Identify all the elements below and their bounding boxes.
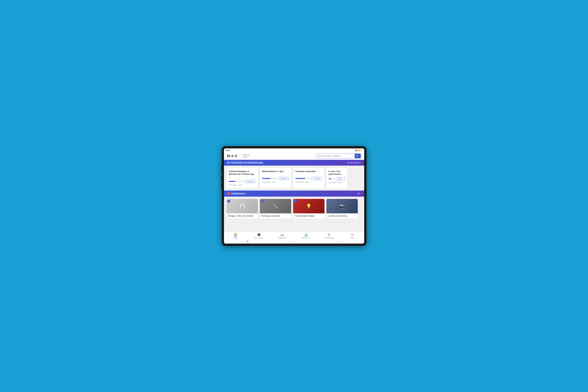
more-icon: ••• <box>351 233 354 237</box>
course-date-2: 09.09.2021 - 16:29 <box>295 181 322 183</box>
all-my-courses-link[interactable]: All my courses › <box>347 162 361 164</box>
essential-img-1: 🔧 ! <box>260 199 291 213</box>
nav-item-home[interactable]: 🏠 Home <box>230 233 241 239</box>
course-card-3[interactable]: Le trac, c'est grave docteu... Conti... … <box>326 168 347 188</box>
video-image: 📷 <box>326 199 358 213</box>
course-card-2[interactable]: Technique automobile Continue 09.09.2021… <box>293 168 324 188</box>
course-cards-row: Activités Physiques et Sportives du Troi… <box>224 166 364 190</box>
status-bar: 09:47 🔇 📶 🔋 <box>224 148 364 152</box>
search-button[interactable]: 🔍 <box>355 154 361 158</box>
essential-card-title-2: Transformation Digitale <box>293 213 324 219</box>
progress-bar-bg-3 <box>329 178 334 179</box>
volume-up-button[interactable] <box>221 166 222 171</box>
progress-row-3: Conti... <box>329 177 345 180</box>
nav-item-catalogues[interactable]: 📖 Catalogues <box>277 233 288 239</box>
system-nav: ||| ○ ‹ <box>224 240 364 244</box>
myresults-icon: 📊 <box>304 233 308 237</box>
essential-card-0[interactable]: 👔 ! Manager : Gérer vos priorités <box>226 199 258 219</box>
courses-in-progress-title: MY COURSES IN PROGRESS(8) <box>227 162 263 164</box>
chevron-right-essentials-icon: › <box>360 192 361 195</box>
main-content: MY COURSES IN PROGRESS(8) All my courses… <box>224 160 364 232</box>
nav-label-home: Home <box>234 237 238 239</box>
mycourses-icon: 🎓 <box>257 233 261 237</box>
essential-img-3: 📷 ! <box>326 199 358 213</box>
logo: M·ö·S Universal Player <box>227 154 250 158</box>
essentials-cards-row: 👔 ! Manager : Gérer vos priorités 🔧 ! Te… <box>224 197 364 221</box>
time-display: 09:47 <box>226 149 230 151</box>
courses-in-progress-header: MY COURSES IN PROGRESS(8) All my courses… <box>224 160 364 166</box>
battery-icon: 🔋 <box>360 150 362 151</box>
nav-item-more[interactable]: ••• More <box>347 233 358 239</box>
nav-item-downloaded[interactable]: ⬇ Downloaded <box>323 233 334 239</box>
essential-card-1[interactable]: 🔧 ! Technique automobile <box>260 199 291 219</box>
logo-text: M·ö·S <box>227 154 238 158</box>
essential-card-title-0: Manager : Gérer vos priorités <box>226 213 258 219</box>
course-card-1[interactable]: Mathematiques 2 - Quiz Continue 12.03.20… <box>260 168 291 188</box>
recent-apps-button[interactable]: ||| <box>247 240 248 243</box>
progress-bar-bg-0 <box>229 181 244 182</box>
all-essentials-link[interactable]: All › <box>358 192 361 195</box>
continue-button-2[interactable]: Continue <box>312 177 322 180</box>
search-input[interactable] <box>316 154 355 158</box>
course-title-3: Le trac, c'est grave docteu... <box>329 170 345 176</box>
power-button[interactable] <box>221 183 222 189</box>
tablet-screen: 09:47 🔇 📶 🔋 M·ö·S Universal Player <box>224 148 364 244</box>
course-card-0[interactable]: Activités Physiques et Sportives du Troi… <box>226 168 258 188</box>
wifi-icon: 📶 <box>358 150 360 151</box>
essential-card-2[interactable]: 💡 ! Transformation Digitale <box>293 199 324 219</box>
nav-item-mycourses[interactable]: 🎓 My Courses <box>253 233 264 239</box>
course-date-0: 21.09.2021 - 14:57 <box>229 184 256 186</box>
volume-mid-button[interactable] <box>221 173 222 174</box>
nav-label-catalogues: Catalogues <box>278 237 286 239</box>
essential-badge-3: ! <box>327 200 330 202</box>
silent-icon: 🔇 <box>355 150 357 151</box>
nav-label-myresults: My results <box>302 237 309 239</box>
home-button[interactable]: ○ <box>294 240 295 243</box>
continue-button-0[interactable]: Continue <box>245 180 256 183</box>
essentials-icon: ! <box>227 192 230 195</box>
essential-badge-2: ! <box>294 200 297 202</box>
downloaded-icon: ⬇ <box>328 233 330 237</box>
progress-bar-fill-2 <box>295 178 305 179</box>
course-title-0: Activités Physiques et Sportives du Troi… <box>229 170 256 178</box>
logo-subtitle: Universal Player <box>243 154 250 158</box>
progress-bar-fill-1 <box>262 178 270 179</box>
progress-bar-fill-0 <box>229 181 236 182</box>
essentials-header: ! ESSENTIALS All › <box>224 190 364 197</box>
course-date-3: 12.03.2021 - 13:34 <box>329 182 345 184</box>
essential-img-2: 💡 ! <box>293 199 324 213</box>
app-header: M·ö·S Universal Player 🔍 <box>224 152 364 160</box>
essential-card-title-1: Technique automobile <box>260 213 291 219</box>
search-bar[interactable]: 🔍 <box>316 154 361 158</box>
nav-label-downloaded: Downloaded <box>325 237 334 239</box>
progress-bar-bg-2 <box>295 178 310 179</box>
nav-label-more: More <box>350 237 354 239</box>
essential-badge-1: ! <box>261 200 263 202</box>
chevron-right-icon: › <box>360 162 361 164</box>
essential-badge-0: ! <box>228 200 230 202</box>
progress-row-2: Continue <box>295 177 322 180</box>
tablet-frame: 09:47 🔇 📶 🔋 M·ö·S Universal Player <box>222 146 366 246</box>
continue-button-3[interactable]: Conti... <box>336 177 345 180</box>
essentials-title: ! ESSENTIALS <box>227 192 246 195</box>
continue-button-1[interactable]: Continue <box>278 177 289 180</box>
nav-label-mycourses: My Courses <box>255 237 263 239</box>
progress-row-1: Continue <box>262 177 289 180</box>
transform-image: 💡 <box>293 199 324 213</box>
essential-card-3[interactable]: 📷 ! La vidéo en streaming <box>326 199 358 219</box>
back-button[interactable]: ‹ <box>340 240 341 243</box>
essential-img-0: 👔 ! <box>226 199 258 213</box>
progress-bar-fill-3 <box>329 178 331 179</box>
status-icons: 🔇 📶 🔋 <box>355 150 362 151</box>
home-icon: 🏠 <box>234 233 238 237</box>
catalogues-icon: 📖 <box>280 233 284 237</box>
manager-image: 👔 <box>226 199 258 213</box>
course-title-1: Mathematiques 2 - Quiz <box>262 170 289 175</box>
volume-down1-button[interactable] <box>221 176 222 182</box>
technique-image: 🔧 <box>260 199 291 213</box>
nav-item-myresults[interactable]: 📊 My results <box>300 233 311 239</box>
progress-row-0: Continue <box>229 180 256 183</box>
course-title-2: Technique automobile <box>295 170 322 175</box>
progress-bar-bg-1 <box>262 178 277 179</box>
essential-card-title-3: La vidéo en streaming <box>326 213 358 219</box>
